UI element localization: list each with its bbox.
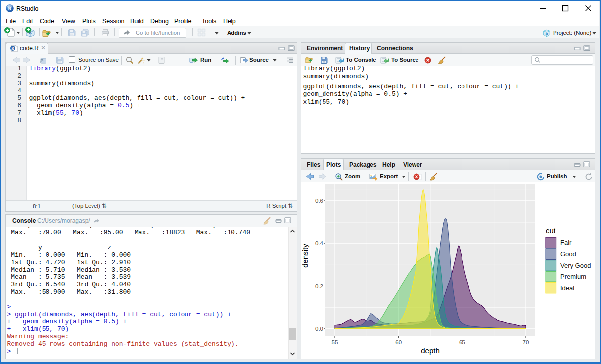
svg-text:Very Good: Very Good	[560, 262, 591, 269]
svg-text:Ideal: Ideal	[560, 284, 574, 292]
svg-text:Premium: Premium	[560, 273, 586, 280]
svg-text:Fair: Fair	[560, 239, 572, 246]
svg-text:R: R	[11, 46, 14, 51]
svg-text:density: density	[301, 244, 309, 268]
svg-text:0.4: 0.4	[315, 240, 324, 246]
svg-text:70: 70	[523, 339, 529, 345]
svg-text:65: 65	[459, 339, 465, 345]
svg-text:Good: Good	[560, 250, 576, 258]
svg-text:depth: depth	[421, 346, 440, 355]
svg-text:60: 60	[395, 339, 402, 345]
svg-text:cut: cut	[546, 227, 556, 235]
svg-text:0.6: 0.6	[315, 198, 323, 204]
svg-text:R: R	[8, 6, 12, 11]
svg-text:0.2: 0.2	[315, 283, 323, 289]
svg-text:55: 55	[332, 339, 338, 345]
svg-text:0.0: 0.0	[315, 326, 323, 332]
